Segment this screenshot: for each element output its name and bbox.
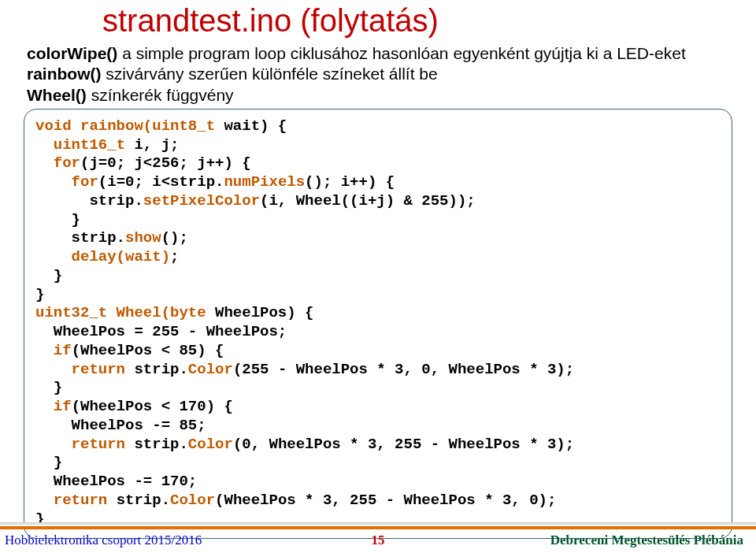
desc-text-2: szivárvány szerűen különféle színeket ál… [102, 65, 438, 83]
desc-line-2: rainbow() szivárvány szerűen különféle s… [27, 64, 729, 84]
t18b: (0, WheelPos * 3, 255 - WheelPos * 3); [233, 436, 574, 453]
footer-right: Debreceni Megtestesülés Plébánia [550, 533, 743, 548]
description-block: colorWipe() a simple program loop ciklus… [24, 43, 732, 106]
t6: } [35, 211, 80, 228]
t8: ; [170, 248, 179, 265]
t16: (WheelPos < 170) { [72, 398, 233, 415]
kw-for2: for [72, 173, 98, 191]
t4b: (); i++) { [305, 173, 395, 191]
t18a: strip. [125, 436, 188, 453]
t7b: (); [161, 229, 188, 247]
kw-delay: delay(wait) [72, 248, 170, 265]
slide: strandtest.ino (folytatás) colorWipe() a… [0, 0, 756, 553]
desc-line-1: colorWipe() a simple program loop ciklus… [27, 43, 729, 64]
t10: } [35, 286, 44, 303]
t1: wait) { [215, 117, 287, 135]
color1: Color [188, 361, 233, 378]
kw-ret2: return [72, 436, 125, 453]
fn-name-wheel: Wheel() [27, 86, 87, 104]
t17: WheelPos -= 85; [35, 417, 206, 434]
t14a: strip. [125, 361, 188, 378]
kw-if1: if [54, 342, 72, 359]
t9: } [35, 267, 62, 284]
desc-text-3: színkerék függvény [87, 86, 234, 104]
t13: (WheelPos < 85) { [72, 342, 224, 359]
footer: Hobbielektronika csoport 2015/2016 15 De… [0, 526, 756, 553]
color2: Color [188, 436, 233, 453]
t3: (j=0; j<256; j++) { [80, 154, 251, 172]
typ-u32: uint32_t [35, 304, 107, 321]
kw-ret1: return [72, 361, 125, 378]
typ-u16: uint16_t [54, 136, 125, 154]
code-box: void rainbow(uint8_t wait) { uint16_t i,… [24, 109, 732, 540]
page-title: strandtest.ino (folytatás) [24, 0, 732, 39]
kw-ret3: return [54, 492, 107, 509]
color3: Color [170, 492, 215, 509]
t12: WheelPos = 255 - WheelPos; [35, 323, 287, 340]
t5a: strip. [35, 192, 143, 210]
t20: WheelPos -= 170; [35, 473, 197, 490]
t14b: (255 - WheelPos * 3, 0, WheelPos * 3); [233, 361, 574, 378]
t4: (i=0; i<strip. [98, 173, 224, 191]
numPixels: numPixels [224, 173, 305, 191]
fn-rainbow: rainbow(uint8_t [80, 117, 215, 135]
desc-text-1: a simple program loop ciklusához hasonló… [117, 44, 685, 62]
t19: } [35, 454, 62, 471]
fn-wheel: Wheel(byte [107, 304, 206, 321]
t21a: strip. [107, 492, 170, 509]
kw-for1: for [54, 154, 80, 172]
t5b: (i, Wheel((i+j) & 255)); [260, 192, 476, 210]
fn-name-rainbow: rainbow() [27, 65, 102, 83]
t2: i, j; [125, 136, 179, 154]
t11: WheelPos) { [206, 304, 314, 321]
t21b: (WheelPos * 3, 255 - WheelPos * 3, 0); [215, 492, 556, 509]
t15: } [35, 379, 62, 396]
kw-void: void [35, 117, 72, 135]
desc-line-3: Wheel() színkerék függvény [27, 85, 729, 106]
setPixelColor: setPixelColor [143, 192, 260, 210]
kw-if2: if [54, 398, 72, 415]
show: show [125, 229, 161, 247]
fn-name-colorwipe: colorWipe() [27, 44, 117, 62]
t7a: strip. [35, 229, 125, 247]
